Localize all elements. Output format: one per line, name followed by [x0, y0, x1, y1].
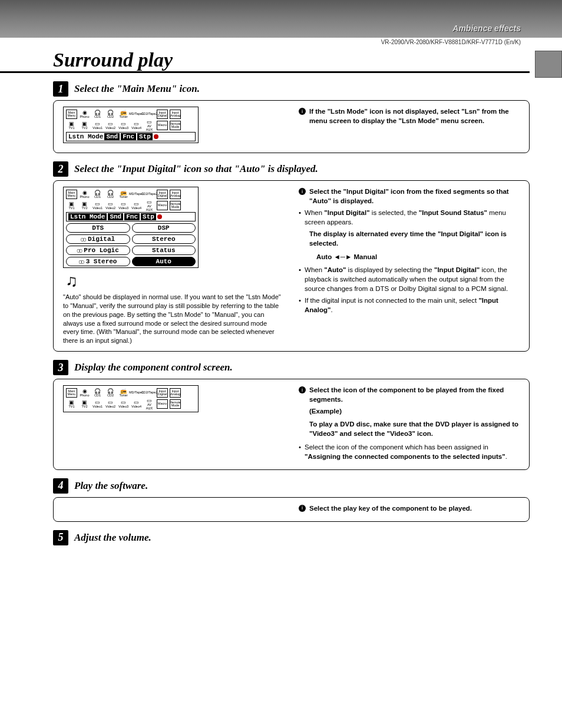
- rec-dot-icon: [157, 214, 162, 219]
- dot-icon: •: [299, 208, 301, 227]
- icon-main-menu: Main Menu: [66, 110, 77, 119]
- auto-manual-arrow: Auto ◄─► Manual: [316, 252, 520, 262]
- step-3-left: Main Menu ◉Phono 🎧CD1 🎧CD2 📻Tuner MD/Tap…: [63, 385, 281, 464]
- icon-row-1: Main Menu ◉Phono 🎧CD1 🎧CD2 📻Tuner MD/Tap…: [66, 110, 196, 119]
- icon-tv1: ▣TV1: [66, 121, 77, 130]
- osd-panel-3: Main Menu ◉Phono 🎧CD1 🎧CD2 📻Tuner MD/Tap…: [63, 385, 199, 412]
- text: The display is alternated every time the…: [309, 229, 520, 248]
- bullet-icon: i: [299, 108, 306, 115]
- manual-page: Ambience effects VR-2090/VR-2080/KRF-V88…: [0, 0, 562, 573]
- bullet-icon: i: [299, 386, 306, 393]
- icon-tape2: CD2/Tape2: [144, 110, 155, 119]
- step-title: Adjust the volume.: [74, 532, 151, 544]
- opt-digital: ▢▢Digital: [66, 234, 130, 244]
- text: Select the play key of the component to …: [309, 504, 472, 513]
- step-4-header: 4 Play the software.: [53, 478, 530, 494]
- step-number: 5: [53, 530, 68, 545]
- opt-dsp: DSP: [132, 223, 196, 233]
- icon-md: MD/Tape1: [131, 110, 142, 119]
- step-title: Display the component control screen.: [74, 362, 233, 373]
- rec-dot-icon: [154, 134, 158, 139]
- icon-input-digital: Input Digital: [157, 110, 168, 119]
- step-2-left: Main Menu ◉Phono 🎧CD1 🎧CD2 📻Tuner MD/Tap…: [63, 187, 281, 345]
- step-2-box: Main Menu ◉Phono 🎧CD1 🎧CD2 📻Tuner MD/Tap…: [53, 180, 530, 352]
- bullet-icon: i: [299, 188, 306, 195]
- icon-remote-mode: Remote Mode: [170, 121, 181, 130]
- step-1-tip: If the "Lstn Mode" icon is not displayed…: [309, 107, 520, 125]
- icon-video4: ▭Video4: [131, 121, 142, 130]
- step-1-box: Main Menu ◉Phono 🎧CD1 🎧CD2 📻Tuner MD/Tap…: [53, 100, 530, 153]
- step-1-header: 1 Select the "Main Menu" icon.: [53, 81, 530, 97]
- header-section-label: Ambience effects: [452, 24, 521, 33]
- step-3-header: 3 Display the component control screen.: [53, 360, 530, 375]
- header-band: Ambience effects: [0, 0, 562, 38]
- icon-video1: ▭Video1: [92, 121, 103, 130]
- step-title: Select the "Main Menu" icon.: [74, 83, 200, 95]
- icon-cd2: 🎧CD2: [105, 110, 116, 119]
- opt-3stereo: ▢▢3 Stereo: [66, 257, 130, 266]
- step-number: 2: [53, 161, 68, 177]
- step-1-left: Main Menu ◉Phono 🎧CD1 🎧CD2 📻Tuner MD/Tap…: [63, 107, 281, 147]
- step-4-box: i Select the play key of the component t…: [53, 497, 530, 522]
- text: When "Auto" is displayed by selecting th…: [305, 265, 520, 293]
- opt-prologic: ▢▢Pro Logic: [66, 246, 130, 255]
- option-grid: DTS DSP ▢▢Digital Stereo ▢▢Pro Logic Sta…: [66, 223, 196, 266]
- page-title: Surround play: [0, 45, 530, 73]
- osd-panel: Main Menu ◉Phono 🎧CD1 🎧CD2 📻Tuner MD/Tap…: [63, 107, 199, 143]
- opt-stereo: Stereo: [132, 234, 196, 244]
- osd-panel-2: Main Menu ◉Phono 🎧CD1 🎧CD2 📻Tuner MD/Tap…: [63, 187, 199, 268]
- step-title: Play the software.: [74, 480, 148, 492]
- menu-bar-2: Lstn Mode Snd Fnc Stp: [66, 212, 196, 221]
- icon-input-analog: Input Analog: [170, 110, 181, 119]
- step-title: Select the "Input Digital" icon so that …: [74, 163, 318, 175]
- text: When "Input Digital" is selected, the "I…: [305, 208, 520, 227]
- icon-tv2: ▣TV2: [79, 121, 90, 130]
- icon-tuner: 📻Tuner: [118, 110, 129, 119]
- text: Select the icon of the component which h…: [305, 442, 520, 461]
- step-3-right: i Select the icon of the component to be…: [299, 385, 520, 464]
- step-3-box: Main Menu ◉Phono 🎧CD1 🎧CD2 📻Tuner MD/Tap…: [53, 379, 530, 470]
- example-label: (Example): [309, 406, 520, 416]
- step-1-right: i If the "Lstn Mode" icon is not display…: [299, 107, 520, 147]
- icon-row-2: ▣TV1 ▣TV2 ▭Video1 ▭Video2 ▭Video3 ▭Video…: [66, 121, 196, 130]
- side-tab: [535, 51, 562, 78]
- opt-auto: Auto: [132, 257, 196, 266]
- icon-cd1: 🎧CD1: [92, 110, 103, 119]
- model-line: VR-2090/VR-2080/KRF-V8881D/KRF-V7771D (E…: [0, 38, 562, 45]
- icon-avaux: ▭AV AUX: [144, 121, 155, 130]
- content: 1 Select the "Main Menu" icon. Main Menu…: [0, 81, 562, 545]
- step-number: 4: [53, 478, 68, 494]
- text: If the digital input is not connected to…: [305, 296, 520, 315]
- opt-dts: DTS: [66, 223, 130, 233]
- step-number: 3: [53, 360, 68, 375]
- step-2-right: i Select the "Input Digital" icon from t…: [299, 187, 520, 345]
- icon-phono: ◉Phono: [79, 110, 90, 119]
- step-5-header: 5 Adjust the volume.: [53, 530, 530, 545]
- bullet-icon: i: [299, 505, 306, 512]
- step-2-note: "Auto" should be displayed in normal use…: [63, 293, 281, 345]
- opt-status: Status: [132, 246, 196, 255]
- icon-video3: ▭Video3: [118, 121, 129, 130]
- text: Select the "Input Digital" icon from the…: [309, 187, 520, 206]
- step-4-right: i Select the play key of the component t…: [299, 504, 520, 515]
- example-text: To play a DVD disc, make sure that the D…: [309, 419, 520, 438]
- icon-macro: Macro: [157, 121, 168, 130]
- music-note-icon: ♫: [65, 272, 281, 290]
- text: Select the icon of the component to be p…: [309, 385, 520, 404]
- step-2-header: 2 Select the "Input Digital" icon so tha…: [53, 161, 530, 177]
- menu-bar: Lstn Mode Snd Fnc Stp: [66, 132, 196, 141]
- icon-video2: ▭Video2: [105, 121, 116, 130]
- step-number: 1: [53, 81, 68, 97]
